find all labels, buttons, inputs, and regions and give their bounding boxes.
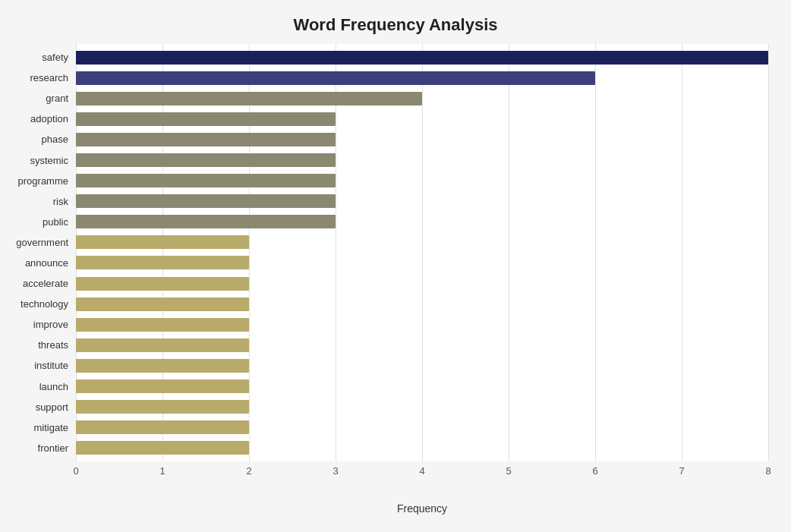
bar-row: improve (76, 314, 768, 335)
bar (76, 256, 249, 269)
bar-row: grant (76, 88, 768, 109)
bar-row: threats (76, 335, 768, 355)
bar-label: mitigate (0, 422, 76, 433)
bar-label: frontier (0, 442, 76, 454)
bar-label: government (0, 237, 76, 248)
x-tick-label: 0 (73, 465, 78, 477)
x-tick-label: 8 (765, 465, 771, 477)
bar (76, 112, 336, 126)
bar-row: research (76, 68, 768, 88)
bar-track (76, 131, 768, 148)
bar-track (76, 295, 768, 313)
x-tick-label: 7 (679, 465, 684, 477)
bar-track (76, 172, 768, 190)
bar (76, 400, 249, 414)
x-axis-label: Frequency (397, 502, 447, 515)
bar (76, 318, 249, 332)
bar-label: research (0, 72, 76, 83)
bar-label: support (0, 401, 76, 413)
bar (76, 420, 249, 434)
x-axis: Frequency 012345678 (76, 461, 768, 484)
x-tick-label: 1 (159, 465, 165, 477)
bar-row: phase (76, 129, 768, 150)
bar-track (76, 213, 768, 231)
chart-area: safetyresearchgrantadoptionphasesystemic… (76, 44, 768, 484)
bar-row: announce (76, 253, 768, 273)
bar-track (76, 316, 768, 333)
bar-label: technology (0, 298, 76, 310)
bar-row: safety (76, 47, 768, 68)
bar-track (76, 193, 768, 210)
x-tick-label: 4 (419, 465, 424, 477)
bar-track (76, 90, 768, 107)
x-tick-label: 5 (506, 465, 511, 477)
bar (76, 194, 336, 208)
bar-row: risk (76, 191, 768, 212)
bar-track (76, 254, 768, 272)
bar-label: institute (0, 360, 76, 371)
bar-row: accelerate (76, 273, 768, 294)
bar-track (76, 357, 768, 374)
bar (76, 51, 768, 65)
bar-row: mitigate (76, 417, 768, 438)
bar (76, 379, 249, 393)
bar (76, 297, 249, 311)
bar-track (76, 234, 768, 251)
bar-row: launch (76, 376, 768, 397)
x-tick-label: 6 (592, 465, 597, 477)
x-tick-label: 2 (246, 465, 251, 477)
bar (76, 71, 595, 85)
bar-track (76, 398, 768, 416)
bar-row: systemic (76, 150, 768, 170)
bar-track (76, 336, 768, 354)
grid-line (768, 44, 769, 461)
bars-wrapper: safetyresearchgrantadoptionphasesystemic… (76, 44, 768, 461)
bar (76, 92, 422, 105)
bar-track (76, 378, 768, 395)
bar-label: phase (0, 134, 76, 145)
bar (76, 359, 249, 373)
chart-container: Word Frequency Analysis safetyresearchgr… (0, 0, 791, 532)
bar-row: support (76, 397, 768, 417)
bar-row: adoption (76, 109, 768, 129)
bar (76, 174, 336, 187)
bar (76, 338, 249, 352)
bar-track (76, 275, 768, 292)
bar-row: government (76, 232, 768, 253)
bar-track (76, 419, 768, 436)
bar-row: public (76, 212, 768, 232)
bar-row: frontier (76, 438, 768, 458)
bar-label: accelerate (0, 278, 76, 289)
bar-label: programme (0, 175, 76, 187)
bar-row: programme (76, 171, 768, 191)
bar (76, 215, 336, 228)
bar-row: institute (76, 355, 768, 376)
bar-row: technology (76, 294, 768, 314)
bar-track (76, 110, 768, 127)
bar-track (76, 151, 768, 168)
bar-track (76, 439, 768, 457)
bar-label: systemic (0, 155, 76, 166)
bar-label: risk (0, 196, 76, 207)
bar-label: grant (0, 93, 76, 104)
bar-label: launch (0, 381, 76, 392)
bar (76, 235, 249, 249)
bar-label: threats (0, 339, 76, 351)
x-tick-label: 3 (332, 465, 338, 477)
bar-label: public (0, 216, 76, 228)
bar (76, 133, 336, 146)
bar-track (76, 69, 768, 87)
bar-label: improve (0, 319, 76, 330)
bar (76, 441, 249, 455)
bar (76, 277, 249, 291)
bar-label: adoption (0, 113, 76, 124)
bar-track (76, 49, 768, 66)
bar-label: safety (0, 52, 76, 63)
bar-label: announce (0, 257, 76, 269)
bar (76, 153, 336, 167)
chart-title: Word Frequency Analysis (23, 15, 768, 35)
